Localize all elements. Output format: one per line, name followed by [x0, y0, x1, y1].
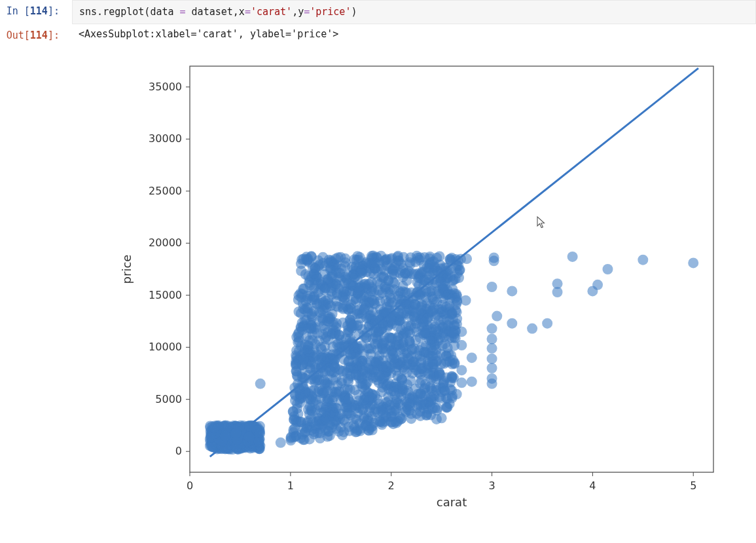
- code-token: data: [150, 6, 179, 18]
- plot-area: 0500010000150002000025000300003500001234…: [72, 47, 733, 525]
- scatter-point: [455, 264, 465, 274]
- out-prompt-suffix: ]:: [48, 29, 65, 41]
- scatter-point: [567, 251, 578, 261]
- scatter-point: [359, 305, 369, 315]
- scatter-point: [370, 315, 380, 326]
- scatter-point: [325, 300, 336, 310]
- scatter-point: [487, 323, 497, 333]
- code-token: dataset: [186, 6, 233, 18]
- scatter-point: [378, 407, 388, 417]
- scatter-point: [416, 375, 427, 385]
- scatter-point: [456, 377, 467, 388]
- scatter-point: [487, 343, 497, 353]
- scatter-point: [374, 370, 384, 381]
- scatter-point: [315, 342, 326, 352]
- scatter-point: [429, 359, 439, 369]
- scatter-point: [395, 288, 406, 298]
- scatter-point: [220, 430, 230, 441]
- scatter-point: [371, 357, 382, 367]
- scatter-point: [355, 284, 365, 295]
- out-prompt-prefix: Out[: [7, 29, 30, 41]
- out-prompt-number: 114: [30, 29, 48, 41]
- scatter-point: [359, 348, 369, 359]
- input-cell: In [114]: sns.regplot(data = dataset,x='…: [0, 0, 756, 24]
- scatter-point: [397, 381, 407, 391]
- scatter-point: [426, 306, 437, 316]
- scatter-point: [377, 419, 387, 430]
- scatter-point: [592, 279, 603, 290]
- scatter-point: [354, 329, 365, 339]
- scatter-point: [456, 326, 467, 337]
- y-axis-label: price: [120, 254, 134, 284]
- scatter-point: [487, 363, 497, 373]
- scatter-point: [456, 365, 467, 375]
- scatter-point: [440, 323, 450, 333]
- scatter-point: [638, 254, 648, 265]
- scatter-point: [371, 327, 382, 337]
- scatter-point: [294, 327, 304, 337]
- output-prompt: Out[114]:: [0, 24, 72, 47]
- scatter-point: [688, 257, 698, 268]
- scatter-point: [276, 437, 286, 447]
- x-tick-label: 0: [187, 479, 193, 492]
- code-token: ,: [292, 6, 298, 18]
- scatter-point: [308, 261, 318, 272]
- scatter-point: [492, 310, 502, 321]
- scatter-point: [231, 427, 242, 438]
- scatter-point: [340, 416, 350, 426]
- x-axis-label: carat: [437, 495, 467, 509]
- scatter-point: [329, 391, 339, 402]
- in-prompt-suffix: ]:: [48, 5, 65, 17]
- scatter-point: [317, 252, 328, 262]
- scatter-point: [461, 295, 471, 305]
- scatter-point: [384, 378, 394, 388]
- in-prompt-prefix: In [: [7, 5, 30, 17]
- scatter-point: [344, 343, 354, 354]
- scatter-point: [391, 320, 402, 331]
- scatter-point: [336, 377, 347, 388]
- y-tick-label: 0: [175, 445, 182, 457]
- scatter-point: [456, 340, 467, 350]
- scatter-point: [299, 283, 310, 293]
- scatter-point: [389, 262, 400, 272]
- scatter-point: [410, 299, 421, 309]
- scatter-point: [255, 378, 266, 388]
- scatter-point: [487, 282, 497, 292]
- x-tick-label: 2: [388, 479, 395, 492]
- in-prompt-number: 114: [30, 5, 48, 17]
- scatter-point: [487, 353, 497, 364]
- x-tick-label: 5: [690, 479, 696, 492]
- scatter-point: [298, 373, 309, 383]
- scatter-point: [434, 369, 444, 380]
- scatter-point: [349, 413, 359, 423]
- scatter-point: [309, 282, 319, 292]
- code-token: =: [180, 6, 186, 18]
- scatter-point: [527, 323, 537, 333]
- x-tick-label: 4: [589, 479, 596, 492]
- scatter-point: [329, 259, 339, 269]
- scatter-point: [327, 279, 338, 290]
- code-token: .: [97, 6, 103, 18]
- x-tick-label: 3: [488, 479, 495, 492]
- scatter-point: [244, 431, 255, 441]
- code-input[interactable]: sns.regplot(data = dataset,x='carat',y='…: [72, 0, 756, 24]
- scatter-point: [367, 251, 377, 261]
- scatter-point: [374, 290, 384, 300]
- scatter-point: [406, 287, 416, 297]
- scatter-point: [309, 352, 319, 362]
- regplot-figure: 0500010000150002000025000300003500001234…: [79, 53, 727, 525]
- scatter-point: [357, 265, 367, 275]
- scatter-point: [308, 417, 318, 427]
- code-token: y: [298, 6, 304, 18]
- code-token: sns: [79, 6, 97, 18]
- scatter-point: [338, 286, 349, 297]
- code-token: x: [239, 6, 245, 18]
- output-cell: Out[114]: <AxesSubplot:xlabel='carat', y…: [0, 24, 756, 47]
- scatter-point: [489, 252, 499, 263]
- scatter-point: [286, 432, 297, 442]
- scatter-point: [405, 259, 416, 269]
- scatter-point: [332, 339, 342, 349]
- scatter-point: [308, 369, 319, 380]
- output-text: <AxesSubplot:xlabel='carat', ylabel='pri…: [72, 24, 756, 44]
- scatter-point: [303, 323, 314, 333]
